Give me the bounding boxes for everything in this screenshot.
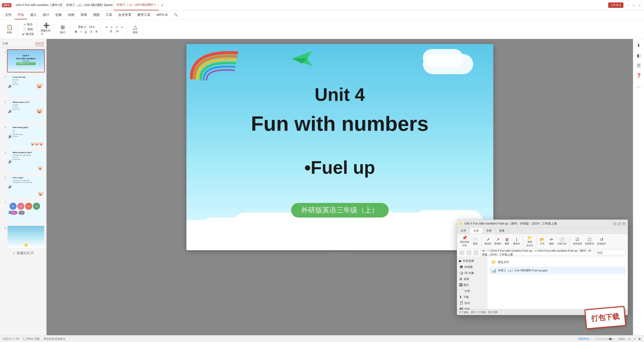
tab-3[interactable]: 外研三（上）Unit 4第3课时 × xyxy=(114,0,158,10)
smart-beautify-button[interactable]: 智能美化～ xyxy=(578,337,592,341)
fe-rename-button[interactable]: | 重命名 xyxy=(512,237,521,246)
ribbon-tab-ai[interactable]: WPS AI xyxy=(153,11,171,19)
fe-file-pptx[interactable]: 📊 外研三（上）Unit 4第3课时 Fuel up.pptx xyxy=(489,267,626,274)
paste-button[interactable]: 📋 粘贴 xyxy=(4,24,15,35)
slide-thumb-5[interactable]: 🔊 What would he like? He'd like some mil… xyxy=(7,150,45,173)
outline-tab[interactable]: 大纲 xyxy=(2,41,8,46)
slide-thumb-6[interactable]: 🔊 Let's chant I see a pig. The pig is bi… xyxy=(7,175,45,198)
numbering-button[interactable]: 1≡ xyxy=(114,29,120,33)
fe-sidebar-douyin[interactable]: ▶ 抖音直播 xyxy=(457,258,487,264)
fe-sidebar-3d[interactable]: 🎲 3D 对象 xyxy=(457,270,487,276)
rt-menu-button[interactable]: ☰ xyxy=(634,61,643,70)
login-button[interactable]: 立即登录 xyxy=(608,3,623,8)
fe-sidebar-downloads[interactable]: ⬇ 下载 xyxy=(457,294,487,300)
tab-1[interactable]: Unit 4 Fun with numbers（课件+里 × xyxy=(13,0,64,10)
ribbon-tab-vip[interactable]: 会员专享 xyxy=(115,11,134,19)
fe-history-button[interactable]: 🕐 历史记录 xyxy=(556,237,568,246)
slides-tab[interactable]: 幻灯片 xyxy=(35,41,44,46)
shapes-button[interactable]: △ 形状 xyxy=(130,24,141,35)
fe-search-input[interactable] xyxy=(595,250,626,255)
fe-back-button[interactable]: ← xyxy=(459,250,465,255)
slide-thumb-4[interactable]: 🔊 How many pigs? sixIt is ...This one is… xyxy=(7,125,45,148)
rt-help-button[interactable]: ❓ xyxy=(634,71,643,80)
fe-tab-home[interactable]: 主页 xyxy=(470,228,483,234)
format-painter-button[interactable]: 🖌 格式刷 xyxy=(20,32,35,36)
ribbon-tab-animation[interactable]: 动画 xyxy=(65,11,77,19)
new-slide-button[interactable]: ➕ 新建幻灯片 xyxy=(41,24,52,35)
slide-note-area[interactable]: 单击此处添加备注 xyxy=(329,252,351,255)
fe-sidebar-pictures[interactable]: 🖼 图片 xyxy=(457,282,487,288)
align-center-button[interactable]: ≡ xyxy=(109,25,114,29)
slide-show-button[interactable]: ▶ xyxy=(639,337,641,340)
fe-sidebar-documents[interactable]: 📄 文档 xyxy=(457,288,487,294)
font-select[interactable]: 等线 ▾ xyxy=(76,25,87,29)
fe-minimize-button[interactable]: − xyxy=(613,222,617,226)
fe-copy-to-button[interactable]: ↗ 复制到 xyxy=(493,237,502,246)
justify-button[interactable]: ≡ xyxy=(120,25,124,29)
font-size[interactable]: 24 ▾ xyxy=(88,25,96,29)
fe-open-button[interactable]: 📂 打开 xyxy=(538,237,546,246)
slide-thumb-2[interactable]: 🔊 Look and say It's a pig.p+i+g/p/ /ɪ/ /… xyxy=(7,74,45,98)
maximize-button[interactable]: □ xyxy=(631,3,636,7)
fe-sidebar-music[interactable]: 🎵 音乐 xyxy=(457,300,487,306)
bold-button[interactable]: B xyxy=(73,29,78,34)
ribbon-tab-file[interactable]: 文件 xyxy=(2,11,15,19)
slide-thumb-3[interactable]: 🔊 What colour is it? It's pink.p+i+n+k/p… xyxy=(7,100,45,123)
slide-thumb-7[interactable]: 🔊 big pig six milk pink i - /ɪ/ xyxy=(7,200,45,223)
fe-forward-button[interactable]: → xyxy=(466,250,472,255)
fe-path-bar[interactable]: ≪ ↑ □ 3Unit 4 Fun with numbers Fuel up..… xyxy=(480,250,594,255)
rt-up-button[interactable]: ⬆ xyxy=(634,41,643,50)
rt-theme-button[interactable]: ◐ xyxy=(634,51,643,60)
fit-page-button[interactable]: ⊡ xyxy=(628,337,630,340)
fe-sidebar-videos[interactable]: 🎬 视频 xyxy=(457,306,487,309)
download-stamp[interactable]: 打包下载 xyxy=(584,306,626,329)
fe-invert-button[interactable]: ↺ 反选操作 xyxy=(596,237,607,246)
fe-up-button[interactable]: ↑ xyxy=(473,250,479,255)
align-left-button[interactable]: ≡ xyxy=(104,25,109,29)
copy-button[interactable]: 📄 复制 xyxy=(21,27,34,32)
ribbon-tab-insert[interactable]: 插入 xyxy=(27,11,40,19)
layout-button[interactable]: ⊞ 版式 xyxy=(57,24,68,35)
fe-new-folder-button[interactable]: 📁 新建 文件夹 xyxy=(525,235,534,248)
ribbon-tab-transition[interactable]: 切换 xyxy=(52,11,65,19)
close-button[interactable]: × xyxy=(637,3,642,7)
fe-tab-view[interactable]: 查看 xyxy=(496,228,508,234)
rt-more-button[interactable]: … xyxy=(634,81,643,90)
add-slide-button[interactable]: ＋ 新建幻灯片 xyxy=(0,249,46,257)
fe-pin-button[interactable]: 📌 固定快速 访问 xyxy=(459,235,470,248)
strikethrough-button[interactable]: S̶ xyxy=(94,29,99,34)
new-tab-button[interactable]: + xyxy=(158,2,166,9)
fe-tab-file[interactable]: 文件 xyxy=(457,228,470,234)
italic-button[interactable]: I xyxy=(79,29,83,34)
slide-thumb-1[interactable]: Unit 4Fun with numbers •Fuel up 外研版英语三年级… xyxy=(7,49,45,72)
fe-deselect-button[interactable]: ☐ 全部取消 xyxy=(584,237,595,246)
bullet-button[interactable]: ☰ xyxy=(108,29,114,33)
minimize-button[interactable]: − xyxy=(625,3,629,7)
fe-tab-share[interactable]: 共享 xyxy=(483,228,496,234)
normal-view-button[interactable]: ▭ xyxy=(633,337,636,340)
fe-edit-button[interactable]: ✏ 编辑 xyxy=(547,237,555,246)
ribbon-tab-tools[interactable]: 工具 xyxy=(103,11,115,19)
tab-2[interactable]: 外研三（上）Unit 4第2课时 Speed × xyxy=(64,0,114,10)
align-right-button[interactable]: ≡ xyxy=(114,25,119,29)
fe-move-to-button[interactable]: ↗ 移动到 xyxy=(484,237,492,246)
fe-sidebar-desktop[interactable]: 🖥 桌面 xyxy=(457,276,487,282)
underline-button[interactable]: U xyxy=(83,29,88,34)
fe-maximize-button[interactable]: □ xyxy=(618,222,621,226)
ribbon-tab-design[interactable]: 设计 xyxy=(40,11,52,19)
fe-sidebar-pc[interactable]: 💻 此电脑 xyxy=(457,264,487,270)
fe-close-button[interactable]: × xyxy=(622,222,626,226)
fe-copy-button[interactable]: 📄 复制 xyxy=(471,237,479,246)
fe-select-all-button[interactable]: ☑ 全部选择 xyxy=(572,237,583,246)
ribbon-tab-review[interactable]: 审阅 xyxy=(77,11,90,19)
zoom-slider[interactable] xyxy=(595,338,615,339)
ribbon-tab-search[interactable]: 🔍 xyxy=(171,11,181,19)
ribbon-tab-view[interactable]: 视图 xyxy=(90,11,103,19)
shadow-button[interactable]: S xyxy=(89,29,94,34)
ribbon-tab-home[interactable]: 开始 xyxy=(15,11,27,19)
cut-button[interactable]: ✂ 剪切 xyxy=(22,22,34,27)
slide-thumb-8[interactable]: 🌟 xyxy=(7,225,45,248)
ribbon-tab-teaching[interactable]: 教学工具 xyxy=(134,11,153,19)
fe-folder-recent[interactable]: 📁 最近文件 xyxy=(489,259,626,266)
fe-delete-button[interactable]: 🗑 删除 xyxy=(503,237,511,246)
